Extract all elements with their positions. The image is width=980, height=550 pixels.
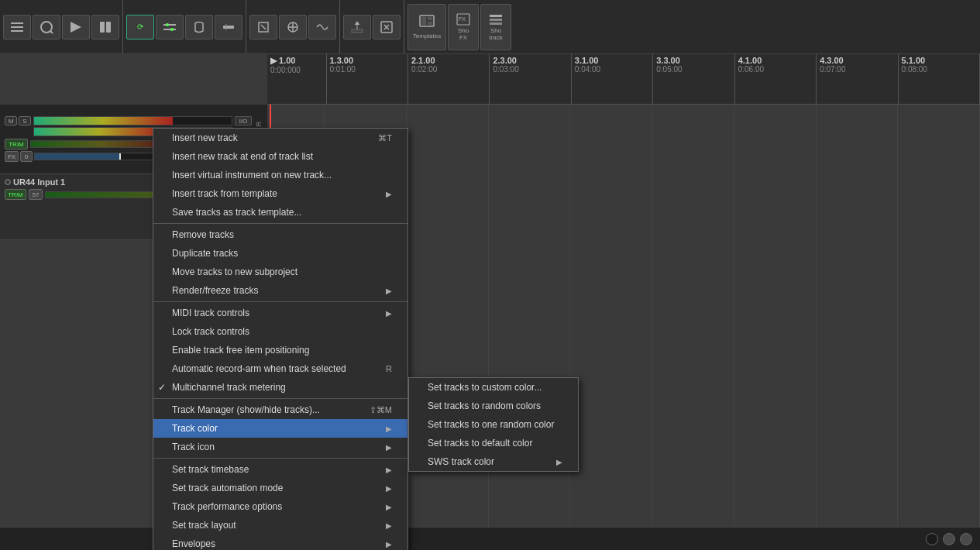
menu-midi-controls[interactable]: MIDI track controls ▶ xyxy=(153,304,407,322)
checkmark-icon: ✓ xyxy=(158,382,166,393)
tool-btn-1[interactable] xyxy=(3,15,31,40)
ruler-seg-0: ▶ 1.00 0:00:000 xyxy=(267,54,327,104)
submenu-arrow-icon: ▶ xyxy=(556,458,562,466)
master-m-btn[interactable]: M xyxy=(5,116,17,125)
menu-track-color[interactable]: Track color ▶ xyxy=(153,419,407,438)
menu-item-label: Render/freeze tracks xyxy=(172,285,258,296)
menu-insert-new-track[interactable]: Insert new track ⌘T xyxy=(153,129,407,147)
toolbar-section-tools xyxy=(3,0,123,53)
menu-item-label: Set track automation mode xyxy=(172,483,283,493)
track-input-btn[interactable]: 57 xyxy=(29,189,43,200)
menu-item-label: Move tracks to new subproject xyxy=(172,266,297,277)
bottom-btn-1[interactable] xyxy=(926,533,938,545)
master-send-btn[interactable]: 0 xyxy=(20,151,33,162)
tool-btn-12[interactable] xyxy=(343,15,371,40)
menu-item-label: Remove tracks xyxy=(172,229,234,240)
svg-point-10 xyxy=(170,28,174,31)
menu-insert-track-end[interactable]: Insert new track at end of track list xyxy=(153,147,407,166)
ruler-seg-1: 1.3.00 0:01:00 xyxy=(327,54,408,104)
menu-arrow-icon-8: ▶ xyxy=(386,503,392,511)
menu-item-shortcut-2: R xyxy=(386,364,392,373)
menu-item-label: Track performance options xyxy=(172,501,282,512)
tool-btn-4[interactable] xyxy=(91,15,119,40)
svg-line-13 xyxy=(261,25,266,29)
menu-free-positioning[interactable]: Enable track free item positioning xyxy=(153,341,407,359)
menu-item-label: Insert virtual instrument on new track..… xyxy=(172,170,332,180)
menu-render-freeze[interactable]: Render/freeze tracks ▶ xyxy=(153,281,407,300)
master-fx-btn[interactable]: FX xyxy=(5,151,19,162)
toolbar-section-3 xyxy=(249,0,340,53)
menu-item-label: Enable track free item positioning xyxy=(172,345,309,356)
submenu-item-label: SWS track color xyxy=(428,456,494,467)
menu-arrow-icon-7: ▶ xyxy=(386,484,392,493)
toolbar-section-2: ⟳ xyxy=(126,0,246,53)
main-toolbar: ⟳ xyxy=(0,0,980,54)
ruler-seg-6: 4.1.00 0:06:00 xyxy=(735,54,817,104)
menu-item-label: Insert new track at end of track list xyxy=(172,151,313,162)
menu-item-label: Set track timebase xyxy=(172,464,249,475)
svg-point-9 xyxy=(166,23,169,26)
master-trim-btn[interactable]: TRIM xyxy=(5,139,28,150)
menu-item-label: Envelopes xyxy=(172,538,215,549)
templates-button[interactable]: Templates xyxy=(407,4,446,50)
master-io-btn[interactable]: I/O xyxy=(235,116,252,125)
menu-separator-1 xyxy=(153,223,407,224)
svg-rect-5 xyxy=(100,22,105,33)
tool-btn-10[interactable] xyxy=(279,15,307,40)
submenu-sws-track-color[interactable]: SWS track color ▶ xyxy=(409,452,578,471)
show-fx-button[interactable]: FX ShoFX xyxy=(448,4,479,50)
grid-col-7 xyxy=(817,105,899,527)
tool-btn-3[interactable] xyxy=(62,15,90,40)
show-fx-label: ShoFX xyxy=(458,27,469,41)
menu-remove-tracks[interactable]: Remove tracks xyxy=(153,225,407,244)
tool-btn-6[interactable] xyxy=(156,15,184,40)
tool-btn-5[interactable]: ⟳ xyxy=(126,15,154,40)
track-name: UR44 Input 1 xyxy=(13,177,65,187)
menu-automation-mode[interactable]: Set track automation mode ▶ xyxy=(153,479,407,497)
tool-btn-9[interactable] xyxy=(249,15,277,40)
bottom-btn-3[interactable] xyxy=(960,533,972,545)
menu-arrow-icon-5: ▶ xyxy=(386,443,392,452)
tool-btn-8[interactable] xyxy=(215,15,242,40)
grid-col-6 xyxy=(734,105,817,527)
menu-item-label: Multichannel track metering xyxy=(172,382,286,393)
bottom-bar xyxy=(0,527,980,550)
master-s-btn[interactable]: S xyxy=(19,116,31,125)
svg-rect-18 xyxy=(421,17,426,25)
grid-col-8 xyxy=(898,105,980,527)
menu-move-subproject[interactable]: Move tracks to new subproject xyxy=(153,263,407,281)
bottom-btn-2[interactable] xyxy=(943,533,955,545)
master-meter-left xyxy=(33,116,232,125)
tool-btn-2[interactable] xyxy=(33,15,60,40)
menu-lock-controls[interactable]: Lock track controls xyxy=(153,322,407,341)
show-track-button[interactable]: Shotrack xyxy=(480,4,511,50)
submenu-item-label: Set tracks to custom color... xyxy=(428,382,542,393)
menu-insert-virtual[interactable]: Insert virtual instrument on new track..… xyxy=(153,166,407,184)
menu-auto-record-arm[interactable]: Automatic record-arm when track selected… xyxy=(153,359,407,378)
tool-btn-7[interactable] xyxy=(185,15,213,40)
svg-rect-0 xyxy=(11,22,23,24)
menu-set-layout[interactable]: Set track layout ▶ xyxy=(153,516,407,535)
menu-item-label: Save tracks as track template... xyxy=(172,207,301,218)
submenu-random-colors[interactable]: Set tracks to random colors xyxy=(409,397,578,415)
menu-track-icon[interactable]: Track icon ▶ xyxy=(153,438,407,456)
menu-track-manager[interactable]: Track Manager (show/hide tracks)... ⇧⌘M xyxy=(153,400,407,419)
menu-envelopes[interactable]: Envelopes ▶ xyxy=(153,535,407,550)
track-trim-btn[interactable]: TRIM xyxy=(5,189,26,200)
tool-btn-11[interactable] xyxy=(308,15,336,40)
menu-save-as-template[interactable]: Save tracks as track template... xyxy=(153,203,407,222)
menu-duplicate-tracks[interactable]: Duplicate tracks xyxy=(153,244,407,263)
ruler-seg-2: 2.1.00 0:02:00 xyxy=(408,54,490,104)
menu-multichannel-metering[interactable]: ✓ Multichannel track metering xyxy=(153,378,407,397)
menu-set-timebase[interactable]: Set track timebase ▶ xyxy=(153,460,407,479)
submenu-default-color[interactable]: Set tracks to default color xyxy=(409,434,578,452)
track-record-btn[interactable] xyxy=(5,179,11,185)
submenu-one-random-color[interactable]: Set tracks to one random color xyxy=(409,415,578,434)
tool-btn-13[interactable] xyxy=(373,15,401,40)
menu-separator-4 xyxy=(153,458,407,459)
svg-text:FX: FX xyxy=(459,16,466,22)
menu-insert-from-template[interactable]: Insert track from template ▶ xyxy=(153,184,407,203)
menu-arrow-icon-6: ▶ xyxy=(386,466,392,474)
menu-performance-options[interactable]: Track performance options ▶ xyxy=(153,497,407,516)
submenu-custom-color[interactable]: Set tracks to custom color... xyxy=(409,378,578,397)
